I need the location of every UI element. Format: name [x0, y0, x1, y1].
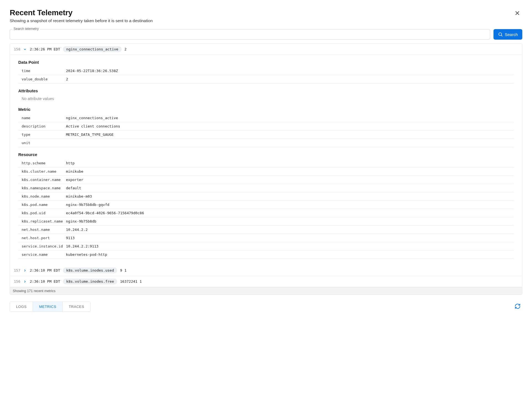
chevron-right-icon	[23, 269, 27, 272]
section-title-datapoint: Data Point	[18, 60, 514, 65]
row-key: k8s.container.name	[22, 178, 66, 182]
tabs: LOGS METRICS TRACES	[10, 302, 91, 312]
row-value: nginx-9b75b8db	[66, 219, 510, 223]
entry-header-collapsed[interactable]: 1562:36:10 PM EDTk8s.volume.inodes.free1…	[10, 276, 522, 287]
search-row: Search telemetry Search	[10, 29, 522, 40]
entry-value: 9 1	[120, 268, 126, 272]
row-key: k8s.node.name	[22, 194, 66, 198]
row-key: k8s.replicaset.name	[22, 219, 66, 223]
row-key: net.host.port	[22, 236, 66, 240]
row-key: http.scheme	[22, 161, 66, 165]
data-point-table: time2024-05-22T18:36:26.538Zvalue_double…	[18, 67, 514, 83]
search-input[interactable]	[10, 29, 490, 40]
search-field-wrap: Search telemetry	[10, 29, 490, 40]
row-key: k8s.pod.uid	[22, 211, 66, 215]
table-row: k8s.node.nameminikube-m03	[18, 192, 514, 201]
table-row: k8s.replicaset.namenginx-9b75b8db	[18, 217, 514, 226]
entry-value: 2	[124, 47, 127, 51]
refresh-icon	[515, 303, 521, 309]
row-key: k8s.pod.name	[22, 203, 66, 207]
row-key: k8s.namespace.name	[22, 186, 66, 190]
table-row: service.namekubernetes-pod-http	[18, 251, 514, 259]
chevron-right-icon	[23, 280, 27, 284]
entry-value: 16372241 1	[120, 279, 142, 284]
collapsed-entries: 1572:36:10 PM EDTk8s.volume.inodes.used9…	[10, 265, 522, 287]
attributes-empty: No attribute values	[18, 95, 514, 102]
row-value: minikube	[66, 169, 510, 173]
row-key: value_double	[22, 77, 66, 81]
row-value: nginx_connections_active	[66, 116, 510, 120]
entry-header-expanded[interactable]: 158 2:36:26 PM EDT nginx_connections_act…	[10, 44, 522, 55]
metric-table: namenginx_connections_activedescriptionA…	[18, 114, 514, 147]
entry-timestamp: 2:36:10 PM EDT	[30, 279, 60, 284]
row-key: name	[22, 116, 66, 120]
table-row: k8s.namespace.namedefault	[18, 184, 514, 192]
section-title-metric: Metric	[18, 107, 514, 112]
row-value	[66, 141, 510, 145]
page-title: Recent Telemetry	[10, 8, 153, 17]
table-row: http.schemehttp	[18, 159, 514, 167]
chevron-down-icon	[23, 47, 27, 51]
row-key: type	[22, 132, 66, 137]
section-title-attributes: Attributes	[18, 88, 514, 93]
row-value: nginx-9b75b8db-gqvfd	[66, 203, 510, 207]
row-value: 10.244.2.2:9113	[66, 244, 510, 248]
row-value: 10.244.2.2	[66, 228, 510, 232]
search-label: Search telemetry	[12, 27, 40, 31]
entry-timestamp: 2:36:10 PM EDT	[30, 268, 60, 272]
header: Recent Telemetry Showing a snapshot of r…	[10, 8, 522, 23]
telemetry-panel: 158 2:36:26 PM EDT nginx_connections_act…	[10, 44, 522, 295]
table-row: k8s.cluster.nameminikube	[18, 167, 514, 176]
metric-pill: k8s.volume.inodes.used	[63, 267, 117, 273]
row-value: 2	[66, 77, 510, 81]
row-value: 9113	[66, 236, 510, 240]
tab-metrics[interactable]: METRICS	[33, 302, 62, 312]
entry-details: Data Point time2024-05-22T18:36:26.538Zv…	[10, 55, 522, 265]
table-row: value_double2	[18, 75, 514, 83]
row-value: METRIC_DATA_TYPE_GAUGE	[66, 132, 510, 137]
entry-timestamp: 2:36:26 PM EDT	[30, 47, 60, 51]
resource-table: http.schemehttpk8s.cluster.nameminikubek…	[18, 159, 514, 259]
entry-id: 157	[14, 268, 20, 272]
search-button[interactable]: Search	[493, 29, 522, 40]
table-row: k8s.pod.namenginx-9b75b8db-gqvfd	[18, 201, 514, 209]
row-value: minikube-m03	[66, 194, 510, 198]
metric-pill: k8s.volume.inodes.free	[63, 279, 117, 284]
entry-header-collapsed[interactable]: 1572:36:10 PM EDTk8s.volume.inodes.used9…	[10, 265, 522, 276]
row-key: service.name	[22, 252, 66, 257]
metric-pill: nginx_connections_active	[63, 46, 122, 52]
row-key: time	[22, 69, 66, 73]
search-button-label: Search	[505, 32, 518, 37]
tab-traces[interactable]: TRACES	[62, 302, 90, 312]
tab-logs[interactable]: LOGS	[10, 302, 33, 312]
close-icon: ✕	[515, 9, 520, 17]
table-row: net.host.name10.244.2.2	[18, 226, 514, 234]
section-title-resource: Resource	[18, 152, 514, 157]
tabs-row: LOGS METRICS TRACES	[10, 302, 522, 312]
table-row: namenginx_connections_active	[18, 114, 514, 122]
row-value: default	[66, 186, 510, 190]
close-button[interactable]: ✕	[512, 8, 522, 18]
table-row: time2024-05-22T18:36:26.538Z	[18, 67, 514, 75]
refresh-button[interactable]	[513, 302, 522, 312]
row-value: 2024-05-22T18:36:26.538Z	[66, 69, 510, 73]
row-key: description	[22, 124, 66, 128]
footer-summary: Showing 171 recent metrics	[10, 287, 522, 295]
row-value: exporter	[66, 178, 510, 182]
row-key: net.host.name	[22, 228, 66, 232]
table-row: k8s.pod.uidec4a0f54-9bcd-4026-9656-71564…	[18, 209, 514, 217]
table-row: typeMETRIC_DATA_TYPE_GAUGE	[18, 131, 514, 139]
entry-id: 156	[14, 279, 20, 284]
table-row: k8s.container.nameexporter	[18, 176, 514, 184]
svg-line-1	[502, 35, 503, 36]
page-subtitle: Showing a snapshot of recent telemetry t…	[10, 18, 153, 23]
table-row: unit	[18, 139, 514, 147]
entry-id: 158	[14, 47, 20, 51]
table-row: service.instance.id10.244.2.2:9113	[18, 242, 514, 251]
search-icon	[498, 32, 503, 37]
row-value: ec4a0f54-9bcd-4026-9656-7156479d0c86	[66, 211, 510, 215]
row-value: Active client connections	[66, 124, 510, 128]
table-row: net.host.port9113	[18, 234, 514, 242]
row-key: unit	[22, 141, 66, 145]
row-value: kubernetes-pod-http	[66, 252, 510, 257]
